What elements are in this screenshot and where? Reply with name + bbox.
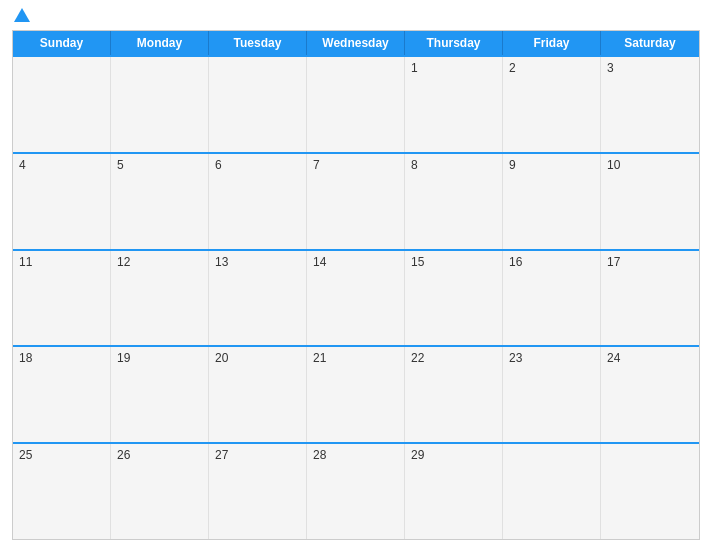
calendar-cell: 19 (111, 347, 209, 442)
calendar-cell: 5 (111, 154, 209, 249)
calendar-cell: 22 (405, 347, 503, 442)
calendar-cell: 25 (13, 444, 111, 539)
calendar-week: 123 (13, 55, 699, 152)
calendar-header-row: SundayMondayTuesdayWednesdayThursdayFrid… (13, 31, 699, 55)
calendar-cell: 14 (307, 251, 405, 346)
day-number: 8 (411, 158, 418, 172)
calendar-cell: 9 (503, 154, 601, 249)
day-number: 3 (607, 61, 614, 75)
calendar-cell: 12 (111, 251, 209, 346)
calendar-cell: 24 (601, 347, 699, 442)
calendar-cell: 15 (405, 251, 503, 346)
day-number: 4 (19, 158, 26, 172)
day-number: 19 (117, 351, 130, 365)
calendar-cell: 28 (307, 444, 405, 539)
calendar-cell: 27 (209, 444, 307, 539)
day-number: 29 (411, 448, 424, 462)
calendar-cell: 18 (13, 347, 111, 442)
day-number: 20 (215, 351, 228, 365)
calendar-cell: 20 (209, 347, 307, 442)
calendar-cell: 10 (601, 154, 699, 249)
calendar: SundayMondayTuesdayWednesdayThursdayFrid… (12, 30, 700, 540)
calendar-cell: 26 (111, 444, 209, 539)
calendar-cell: 7 (307, 154, 405, 249)
calendar-cell: 8 (405, 154, 503, 249)
calendar-cell (209, 57, 307, 152)
page: SundayMondayTuesdayWednesdayThursdayFrid… (0, 0, 712, 550)
day-number: 22 (411, 351, 424, 365)
logo-triangle-icon (14, 8, 30, 22)
header (12, 10, 700, 22)
calendar-cell: 17 (601, 251, 699, 346)
calendar-week: 11121314151617 (13, 249, 699, 346)
day-number: 24 (607, 351, 620, 365)
day-number: 25 (19, 448, 32, 462)
day-number: 15 (411, 255, 424, 269)
day-number: 27 (215, 448, 228, 462)
calendar-weeks: 1234567891011121314151617181920212223242… (13, 55, 699, 539)
calendar-cell (601, 444, 699, 539)
day-number: 16 (509, 255, 522, 269)
day-number: 14 (313, 255, 326, 269)
calendar-cell: 11 (13, 251, 111, 346)
calendar-cell: 6 (209, 154, 307, 249)
logo (12, 10, 30, 22)
day-number: 9 (509, 158, 516, 172)
calendar-cell: 21 (307, 347, 405, 442)
calendar-header-cell: Tuesday (209, 31, 307, 55)
day-number: 23 (509, 351, 522, 365)
calendar-cell (111, 57, 209, 152)
day-number: 18 (19, 351, 32, 365)
calendar-cell: 3 (601, 57, 699, 152)
calendar-cell: 23 (503, 347, 601, 442)
day-number: 12 (117, 255, 130, 269)
calendar-header-cell: Friday (503, 31, 601, 55)
calendar-cell (503, 444, 601, 539)
day-number: 28 (313, 448, 326, 462)
calendar-cell: 1 (405, 57, 503, 152)
day-number: 21 (313, 351, 326, 365)
calendar-cell: 13 (209, 251, 307, 346)
day-number: 13 (215, 255, 228, 269)
day-number: 1 (411, 61, 418, 75)
day-number: 17 (607, 255, 620, 269)
calendar-header-cell: Sunday (13, 31, 111, 55)
calendar-cell: 29 (405, 444, 503, 539)
day-number: 6 (215, 158, 222, 172)
day-number: 7 (313, 158, 320, 172)
calendar-header-cell: Saturday (601, 31, 699, 55)
day-number: 2 (509, 61, 516, 75)
calendar-week: 45678910 (13, 152, 699, 249)
calendar-week: 18192021222324 (13, 345, 699, 442)
calendar-cell: 16 (503, 251, 601, 346)
day-number: 5 (117, 158, 124, 172)
calendar-header-cell: Thursday (405, 31, 503, 55)
calendar-header-cell: Wednesday (307, 31, 405, 55)
day-number: 11 (19, 255, 32, 269)
calendar-cell: 2 (503, 57, 601, 152)
calendar-week: 2526272829 (13, 442, 699, 539)
calendar-cell: 4 (13, 154, 111, 249)
calendar-cell (307, 57, 405, 152)
calendar-cell (13, 57, 111, 152)
calendar-header-cell: Monday (111, 31, 209, 55)
day-number: 10 (607, 158, 620, 172)
day-number: 26 (117, 448, 130, 462)
